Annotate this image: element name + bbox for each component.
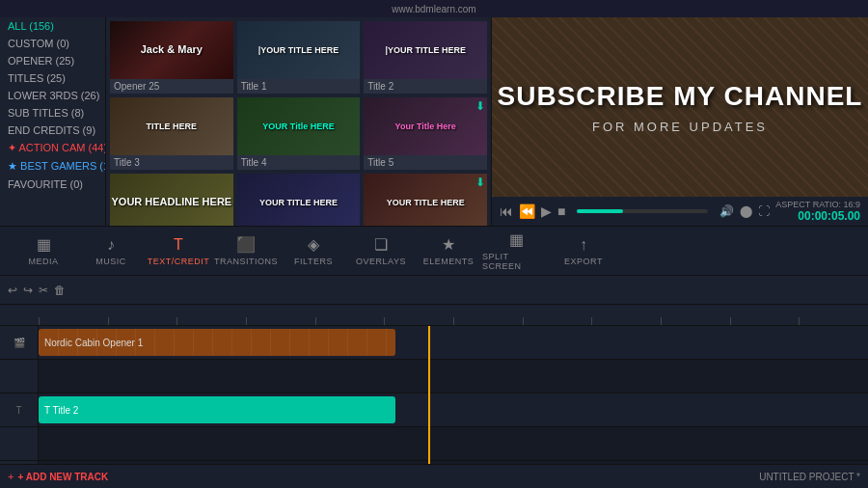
track-controls: 🎬T bbox=[0, 326, 39, 464]
track-ctrl-video[interactable]: 🎬 bbox=[0, 326, 38, 360]
left-panel-item[interactable]: LOWER 3RDS (26) bbox=[0, 87, 105, 104]
timeline: ↩ ↪ ✂ 🗑 00:00:00:0000:00:01:0000:00:02:0… bbox=[0, 276, 868, 488]
ruler-tick: 00:00:04:00 bbox=[315, 317, 385, 325]
tool-icon-textcredit: T bbox=[174, 236, 183, 254]
media-item-title1[interactable]: |YOUR TITLE HERE Title 1 bbox=[237, 21, 361, 94]
preview-video: SUBSCRIBE MY CHANNEL FOR MORE UPDATES bbox=[492, 17, 868, 197]
thumb-text: YOUR TITLE HERE bbox=[387, 198, 465, 208]
tool-textcredit[interactable]: T TEXT/CREDIT bbox=[145, 227, 212, 275]
ruler-tick: 00:00:05:00 bbox=[384, 317, 453, 325]
app: www.bdmlearn.com ALL (156)CUSTOM (0)OPEN… bbox=[0, 0, 868, 488]
thumb-text: Jack & Mary bbox=[141, 43, 203, 56]
undo-btn[interactable]: ↩ bbox=[8, 284, 17, 297]
media-item-title6[interactable]: YOUR HEADLINE HERE Title 6 bbox=[110, 174, 233, 226]
tool-icon-export: ↑ bbox=[580, 236, 587, 254]
main-area: ALL (156)CUSTOM (0)OPENER (25)TITLES (25… bbox=[0, 17, 868, 226]
timeline-tracks: 🎬T Nordic Cabin Opener 1T Title 2 bbox=[0, 326, 868, 464]
left-panel-item[interactable]: FAVOURITE (0) bbox=[0, 176, 105, 193]
media-item-title8[interactable]: ⬇ YOUR TITLE HERE Title 8 bbox=[364, 174, 487, 226]
track-row-empty2 bbox=[39, 427, 868, 461]
media-label: Title 4 bbox=[237, 155, 361, 170]
timeline-controls: ↩ ↪ ✂ 🗑 bbox=[8, 284, 66, 297]
tool-export[interactable]: ↑ EXPORT bbox=[550, 227, 617, 275]
tool-overlays[interactable]: ❏ OVERLAYS bbox=[347, 227, 415, 275]
tool-icon-splitscreen: ▦ bbox=[509, 230, 524, 249]
project-label: UNTITLED PROJECT * bbox=[759, 472, 860, 482]
media-grid: Jack & Mary Opener 25 |YOUR TITLE HERE T… bbox=[106, 17, 491, 226]
left-panel-item[interactable]: ★ BEST GAMERS (19) bbox=[0, 157, 105, 176]
track-ctrl-text[interactable]: T bbox=[0, 393, 38, 427]
add-track-bar[interactable]: + + ADD NEW TRACK UNTITLED PROJECT * bbox=[0, 464, 868, 488]
left-panel-item[interactable]: ALL (156) bbox=[0, 17, 105, 35]
tool-icon-media: ▦ bbox=[37, 235, 51, 254]
media-item-opener25[interactable]: Jack & Mary Opener 25 bbox=[110, 21, 233, 94]
add-track-label: + ADD NEW TRACK bbox=[17, 472, 108, 482]
tool-label-filters: FILTERS bbox=[294, 257, 333, 266]
volume-icon[interactable]: 🔊 bbox=[719, 204, 734, 218]
tool-label-elements: ELEMENTS bbox=[423, 257, 475, 266]
left-panel-item[interactable]: OPENER (25) bbox=[0, 52, 105, 69]
track-ctrl-empty1[interactable] bbox=[0, 360, 38, 393]
preview-progress-fill bbox=[577, 209, 623, 213]
media-item-title5[interactable]: ⬇ Your Title Here Title 5 bbox=[364, 97, 487, 170]
tool-transitions[interactable]: ⬛ TRANSITIONS bbox=[212, 227, 280, 275]
ruler-tick: 00:00:01:00 bbox=[108, 317, 177, 325]
left-panel-item[interactable]: TITLES (25) bbox=[0, 69, 105, 87]
media-content: Jack & Mary Opener 25 |YOUR TITLE HERE T… bbox=[106, 17, 492, 226]
fullscreen-icon[interactable]: ⛶ bbox=[758, 204, 770, 218]
tool-music[interactable]: ♪ MUSIC bbox=[77, 227, 145, 275]
track-clip-video[interactable]: Nordic Cabin Opener 1 bbox=[39, 329, 395, 356]
left-panel-item[interactable]: CUSTOM (0) bbox=[0, 35, 105, 52]
media-thumb: YOUR HEADLINE HERE bbox=[110, 174, 233, 226]
preview-progress[interactable] bbox=[577, 209, 708, 213]
record-icon[interactable]: ⬤ bbox=[740, 204, 752, 218]
media-label: Opener 25 bbox=[110, 79, 233, 94]
media-item-title7[interactable]: YOUR TITLE HERE Title 7 bbox=[237, 174, 361, 226]
media-thumb: Jack & Mary bbox=[110, 21, 233, 79]
track-row-text: T Title 2 bbox=[39, 393, 868, 427]
split-btn[interactable]: ✂ bbox=[39, 284, 48, 297]
left-panel-item[interactable]: ✦ ACTION CAM (44) bbox=[0, 139, 105, 157]
thumb-text: |YOUR TITLE HERE bbox=[385, 45, 466, 56]
preview-panel: SUBSCRIBE MY CHANNEL FOR MORE UPDATES ⏮ … bbox=[492, 17, 868, 226]
url-bar: www.bdmlearn.com bbox=[392, 4, 475, 14]
tool-label-transitions: TRANSITIONS bbox=[214, 257, 278, 266]
media-label: Title 2 bbox=[364, 79, 487, 94]
delete-btn[interactable]: 🗑 bbox=[54, 284, 66, 297]
tool-splitscreen[interactable]: ▦ SPLIT SCREEN bbox=[482, 227, 550, 275]
aspect-ratio-label: ASPECT RATIO: 16:9 bbox=[775, 200, 860, 209]
media-item-title2[interactable]: |YOUR TITLE HERE Title 2 bbox=[364, 21, 487, 94]
time-display: 00:00:05.00 bbox=[798, 209, 860, 223]
ruler-tick: 00:00:09:00 bbox=[661, 317, 730, 325]
skip-back-btn[interactable]: ⏮ bbox=[500, 203, 513, 219]
track-ctrl-empty2[interactable] bbox=[0, 427, 38, 461]
ruler-tick: 00:00:10:00 bbox=[730, 317, 800, 325]
tool-elements[interactable]: ★ ELEMENTS bbox=[415, 227, 482, 275]
thumb-text: Your Title Here bbox=[395, 122, 456, 132]
tool-filters[interactable]: ◈ FILTERS bbox=[280, 227, 347, 275]
play-btn[interactable]: ▶ bbox=[541, 203, 552, 219]
media-item-title4[interactable]: YOUR Title HERE Title 4 bbox=[237, 97, 361, 170]
redo-btn[interactable]: ↪ bbox=[23, 284, 33, 297]
download-icon: ⬇ bbox=[475, 99, 485, 113]
tool-label-music: MUSIC bbox=[95, 257, 126, 266]
toolbar: ▦ MEDIA ♪ MUSIC T TEXT/CREDIT ⬛ TRANSITI… bbox=[0, 226, 868, 276]
ruler-tick: 00:00:07:00 bbox=[523, 317, 592, 325]
ruler-tick: 00:00:00:00 bbox=[39, 317, 108, 325]
left-panel-item[interactable]: SUB TITLES (8) bbox=[0, 104, 105, 122]
track-row-empty1 bbox=[39, 360, 868, 393]
tool-label-splitscreen: SPLIT SCREEN bbox=[482, 252, 550, 271]
stop-btn[interactable]: ■ bbox=[557, 203, 565, 219]
ruler-tick: 00:00:08:00 bbox=[591, 317, 661, 325]
media-thumb: |YOUR TITLE HERE bbox=[237, 21, 361, 79]
left-panel-item[interactable]: END CREDITS (9) bbox=[0, 122, 105, 139]
ruler-tick: 00:00:03:00 bbox=[246, 317, 315, 325]
tool-icon-filters: ◈ bbox=[308, 235, 319, 254]
media-thumb: |YOUR TITLE HERE bbox=[364, 21, 487, 79]
media-item-title3[interactable]: TITLE HERE Title 3 bbox=[110, 97, 233, 170]
tool-media[interactable]: ▦ MEDIA bbox=[10, 227, 77, 275]
ruler-ticks: 00:00:00:0000:00:01:0000:00:02:0000:00:0… bbox=[39, 317, 868, 325]
ruler-tick: 00:0 bbox=[799, 317, 868, 325]
step-back-btn[interactable]: ⏪ bbox=[519, 203, 535, 219]
track-clip-text[interactable]: T Title 2 bbox=[39, 396, 395, 423]
